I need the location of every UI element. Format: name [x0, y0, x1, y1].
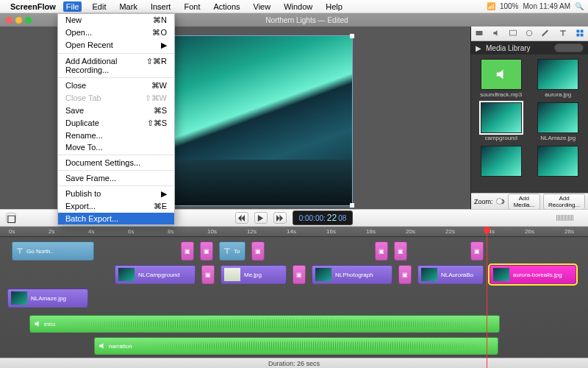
spotlight-icon[interactable]: 🔍 [575, 2, 584, 10]
menu-item[interactable]: Close⌘W [58, 79, 174, 92]
menu-window[interactable]: Window [281, 1, 315, 12]
menu-actions[interactable]: Actions [210, 1, 243, 12]
media-footer: Zoom: ⚙ Add Media... Add Recording... [471, 193, 588, 209]
clock[interactable]: Mon 11:49 AM [523, 2, 570, 10]
resize-handle[interactable] [350, 34, 354, 38]
svg-rect-4 [580, 29, 583, 32]
tab-screen-icon[interactable] [509, 27, 517, 40]
menu-item[interactable]: Add Additional Recording...⇧⌘R [58, 55, 174, 76]
menu-item[interactable]: Open Recent▶ [58, 39, 174, 52]
menu-mark[interactable]: Mark [116, 1, 140, 12]
menu-item[interactable]: Rename... [58, 130, 174, 141]
play-button[interactable] [254, 212, 268, 224]
audio-meter [556, 215, 573, 221]
media-thumbnail[interactable]: campground [476, 102, 527, 141]
resize-handle[interactable] [350, 203, 354, 208]
audio-clip[interactable]: narration [94, 337, 498, 355]
menu-item: Close Tab⇧⌘W [58, 92, 174, 105]
tab-media-library-icon[interactable] [576, 27, 584, 40]
tab-callout-icon[interactable] [525, 27, 534, 40]
image-clip[interactable]: Me.jpg [220, 265, 287, 284]
action-clip[interactable]: ▣ [375, 241, 388, 261]
media-thumbnail[interactable]: NLAmaze.jpg [533, 102, 584, 141]
svg-rect-6 [580, 33, 583, 36]
macos-menubar: ScreenFlow File Edit Mark Insert Font Ac… [0, 0, 588, 13]
media-thumbnail[interactable] [533, 146, 584, 177]
timecode-display[interactable]: 0:00:00:2208 [293, 210, 354, 225]
media-library-header: ▶ Media Library [471, 41, 588, 54]
action-clip[interactable]: ▣ [394, 241, 407, 261]
inspector-tabs [471, 26, 588, 41]
svg-rect-5 [576, 33, 579, 36]
file-menu-dropdown: New⌘NOpen...⌘OOpen Recent▶Add Additional… [57, 13, 175, 225]
image-clip[interactable]: NLPhotograph [312, 265, 392, 284]
menu-item[interactable]: Batch Export... [58, 213, 174, 224]
menu-font[interactable]: Font [181, 1, 203, 12]
action-clip[interactable]: ▣ [470, 241, 484, 261]
menu-edit[interactable]: Edit [89, 1, 109, 12]
tab-audio-icon[interactable] [492, 27, 501, 40]
document-state: Edited [327, 16, 348, 24]
add-recording-button[interactable]: Add Recording... [543, 194, 585, 210]
document-title: Northern Lights [265, 16, 315, 24]
zoom-label: Zoom: [474, 198, 493, 205]
media-library-title: Media Library [486, 44, 531, 52]
app-name[interactable]: ScreenFlow [10, 2, 56, 11]
menu-item[interactable]: Export...⌘E [58, 200, 174, 213]
menu-insert[interactable]: Insert [148, 1, 174, 12]
menu-help[interactable]: Help [323, 1, 345, 12]
crop-tool-icon[interactable]: ◻ [6, 213, 16, 223]
inspector-panel: ▶ Media Library soundtrack.mp3aurora.jpg… [470, 26, 588, 209]
svg-point-2 [527, 30, 533, 36]
tab-annotate-icon[interactable] [542, 27, 551, 40]
menu-item[interactable]: Duplicate⇧⌘S [58, 117, 174, 130]
menu-item[interactable]: Publish to▶ [58, 188, 174, 200]
title-clip[interactable]: To [219, 241, 245, 261]
menu-item[interactable]: New⌘N [58, 14, 174, 26]
tab-video-icon[interactable] [475, 27, 484, 40]
menu-item[interactable]: Save⌘S [58, 105, 174, 117]
menubar-status: 📶 100% Mon 11:49 AM 🔍 [487, 2, 584, 10]
media-search-input[interactable] [554, 43, 584, 52]
image-clip-selected[interactable]: aurora-borealis.jpg [490, 265, 576, 284]
menu-item[interactable]: Save Frame... [58, 172, 174, 184]
wifi-icon[interactable]: 📶 [487, 2, 495, 10]
image-clip[interactable]: NLCampground [115, 265, 196, 284]
action-clip[interactable]: ▣ [398, 265, 412, 284]
media-thumbnail[interactable] [476, 146, 527, 177]
action-clip[interactable]: ▣ [200, 241, 213, 261]
timeline[interactable]: 0s2s4s6s8s10s12s14s16s18s20s22s24s26s28s… [0, 227, 588, 368]
playhead[interactable] [487, 227, 487, 368]
forward-button[interactable] [273, 212, 287, 224]
menu-item[interactable]: Open...⌘O [58, 26, 174, 39]
media-thumbnail[interactable]: soundtrack.mp3 [476, 59, 527, 98]
duration-label: Duration: 26 secs [268, 360, 320, 367]
image-clip[interactable]: NLAmaze.jpg [7, 289, 88, 308]
battery-pct: 100% [500, 2, 519, 10]
action-clip[interactable]: ▣ [201, 265, 215, 284]
title-clip[interactable]: Go North.. [12, 241, 94, 261]
timeline-ruler[interactable]: 0s2s4s6s8s10s12s14s16s18s20s22s24s26s28s [0, 227, 588, 237]
menu-item[interactable]: Document Settings... [58, 157, 174, 169]
menu-view[interactable]: View [251, 1, 274, 12]
rewind-button[interactable] [235, 212, 248, 224]
menu-item[interactable]: Move To... [58, 141, 174, 153]
image-clip[interactable]: NLAuroraBo [417, 265, 484, 284]
disclosure-icon[interactable]: ▶ [476, 44, 481, 52]
svg-rect-3 [576, 29, 579, 32]
media-thumbnail[interactable]: aurora.jpg [533, 59, 584, 98]
tab-text-icon[interactable] [559, 27, 567, 40]
svg-rect-0 [476, 31, 483, 35]
audio-clip[interactable]: intro [29, 315, 500, 333]
media-grid: soundtrack.mp3aurora.jpgcampgroundNLAmaz… [471, 54, 588, 193]
svg-rect-1 [509, 30, 516, 35]
action-clip[interactable]: ▣ [251, 241, 265, 261]
add-media-button[interactable]: Add Media... [508, 194, 541, 210]
action-clip[interactable]: ▣ [293, 265, 306, 284]
action-clip[interactable]: ▣ [181, 241, 194, 261]
traffic-lights[interactable] [6, 17, 32, 24]
menu-file[interactable]: File [63, 1, 82, 12]
timeline-footer: Duration: 26 secs [0, 358, 588, 368]
